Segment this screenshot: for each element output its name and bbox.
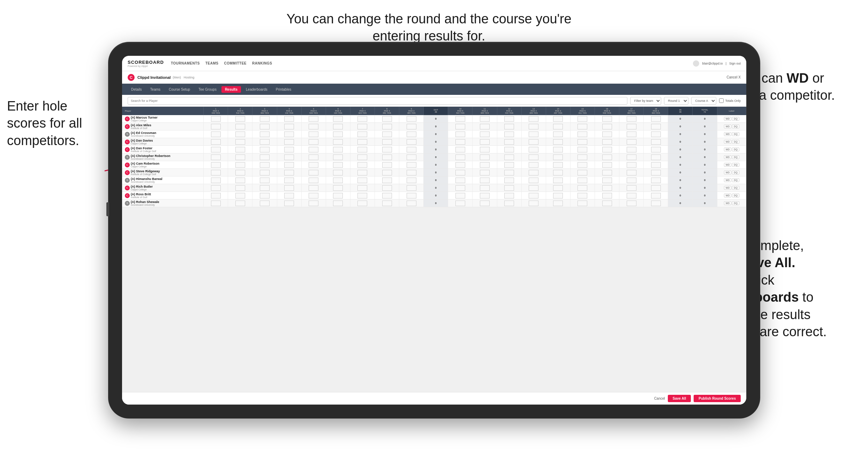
score-cell[interactable] <box>570 146 595 153</box>
score-cell[interactable] <box>473 115 497 123</box>
score-input[interactable] <box>529 185 538 191</box>
score-input[interactable] <box>578 147 587 152</box>
score-input[interactable] <box>651 116 661 122</box>
score-input[interactable] <box>578 131 587 137</box>
score-input[interactable] <box>211 193 221 198</box>
score-cell[interactable] <box>497 169 521 176</box>
score-input[interactable] <box>480 162 490 168</box>
score-cell[interactable] <box>301 192 326 199</box>
score-input[interactable] <box>357 147 367 152</box>
nav-teams[interactable]: TEAMS <box>205 61 219 65</box>
score-input[interactable] <box>651 155 661 160</box>
score-input[interactable] <box>333 185 343 191</box>
score-cell[interactable] <box>228 184 252 192</box>
score-cell[interactable] <box>252 153 277 161</box>
score-cell[interactable] <box>277 161 301 169</box>
score-input[interactable] <box>309 124 318 129</box>
dq-button[interactable]: DQ <box>732 201 739 205</box>
score-input[interactable] <box>260 116 270 122</box>
score-cell[interactable] <box>473 192 497 199</box>
score-cell[interactable] <box>326 199 350 207</box>
score-cell[interactable] <box>326 161 350 169</box>
score-cell[interactable] <box>326 146 350 153</box>
score-input[interactable] <box>235 201 245 206</box>
score-cell[interactable] <box>277 176 301 184</box>
score-cell[interactable] <box>497 115 521 123</box>
score-input[interactable] <box>357 155 367 160</box>
score-input[interactable] <box>651 131 661 137</box>
dq-button[interactable]: DQ <box>732 155 739 159</box>
dq-button[interactable]: DQ <box>732 194 739 197</box>
score-cell[interactable] <box>570 161 595 169</box>
score-input[interactable] <box>553 139 563 145</box>
score-cell[interactable] <box>595 130 619 138</box>
score-input[interactable] <box>211 147 221 152</box>
score-input[interactable] <box>235 139 245 145</box>
wd-button[interactable]: WD <box>724 117 732 121</box>
score-cell[interactable] <box>644 169 668 176</box>
score-input[interactable] <box>407 155 416 160</box>
score-input[interactable] <box>578 155 587 160</box>
score-input[interactable] <box>211 185 221 191</box>
score-cell[interactable] <box>326 115 350 123</box>
score-input[interactable] <box>382 201 392 206</box>
score-cell[interactable] <box>350 130 375 138</box>
score-cell[interactable] <box>399 146 424 153</box>
score-cell[interactable] <box>301 161 326 169</box>
totals-only-checkbox[interactable] <box>719 98 724 103</box>
nav-committee[interactable]: COMMITTEE <box>224 61 247 65</box>
score-cell[interactable] <box>497 184 521 192</box>
score-cell[interactable] <box>375 176 399 184</box>
score-cell[interactable] <box>521 123 546 130</box>
score-cell[interactable] <box>644 153 668 161</box>
score-input[interactable] <box>235 170 245 175</box>
score-input[interactable] <box>260 139 270 145</box>
score-input[interactable] <box>333 139 343 145</box>
score-input[interactable] <box>553 170 563 175</box>
score-cell[interactable] <box>473 169 497 176</box>
score-cell[interactable] <box>546 176 570 184</box>
score-input[interactable] <box>284 155 294 160</box>
score-cell[interactable] <box>521 176 546 184</box>
score-input[interactable] <box>357 162 367 168</box>
score-input[interactable] <box>480 124 490 129</box>
score-input[interactable] <box>455 178 465 183</box>
score-cell[interactable] <box>546 199 570 207</box>
score-input[interactable] <box>235 193 245 198</box>
score-input[interactable] <box>211 139 221 145</box>
score-input[interactable] <box>407 170 416 175</box>
score-cell[interactable] <box>644 192 668 199</box>
wd-button[interactable]: WD <box>724 140 732 144</box>
score-cell[interactable] <box>399 192 424 199</box>
score-cell[interactable] <box>448 176 473 184</box>
cancel-button[interactable]: Cancel <box>654 397 665 400</box>
save-all-button[interactable]: Save All <box>668 395 691 402</box>
score-input[interactable] <box>504 116 514 122</box>
score-cell[interactable] <box>204 146 228 153</box>
tab-tee-groups[interactable]: Tee Groups <box>195 86 220 93</box>
score-input[interactable] <box>260 155 270 160</box>
score-cell[interactable] <box>375 192 399 199</box>
score-cell[interactable] <box>252 176 277 184</box>
score-cell[interactable] <box>570 115 595 123</box>
score-input[interactable] <box>455 139 465 145</box>
score-cell[interactable] <box>399 123 424 130</box>
score-cell[interactable] <box>619 123 644 130</box>
score-cell[interactable] <box>204 192 228 199</box>
score-input[interactable] <box>455 131 465 137</box>
score-input[interactable] <box>357 201 367 206</box>
score-cell[interactable] <box>448 169 473 176</box>
score-cell[interactable] <box>350 184 375 192</box>
score-cell[interactable] <box>448 115 473 123</box>
score-input[interactable] <box>309 201 318 206</box>
score-cell[interactable] <box>375 115 399 123</box>
score-cell[interactable] <box>228 199 252 207</box>
score-input[interactable] <box>309 139 318 145</box>
score-cell[interactable] <box>326 138 350 146</box>
score-cell[interactable] <box>252 161 277 169</box>
tab-leaderboards[interactable]: Leaderboards <box>242 86 271 93</box>
score-input[interactable] <box>504 162 514 168</box>
score-input[interactable] <box>602 193 612 198</box>
tab-printables[interactable]: Printables <box>272 86 295 93</box>
score-input[interactable] <box>602 147 612 152</box>
